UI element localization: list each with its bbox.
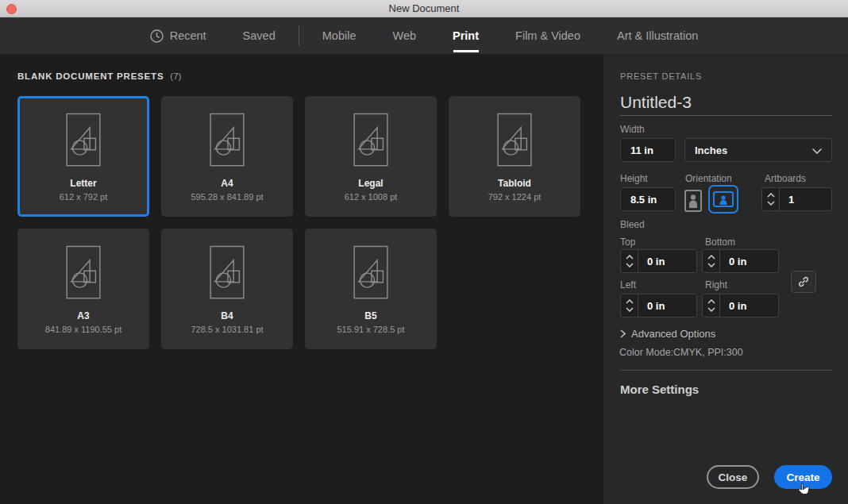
tab-label: Recent bbox=[170, 29, 206, 42]
artboards-value[interactable]: 1 bbox=[780, 188, 831, 210]
tab-label: Print bbox=[453, 29, 479, 42]
width-label: Width bbox=[620, 124, 645, 135]
width-value: 11 in bbox=[630, 144, 653, 156]
bleed-right-value[interactable]: 0 in bbox=[720, 294, 778, 317]
presets-count: (7) bbox=[170, 71, 181, 81]
height-input[interactable]: 8.5 in bbox=[620, 187, 676, 211]
bleed-link-button[interactable] bbox=[791, 271, 816, 293]
preset-card-a4[interactable]: A4595.28 x 841.89 pt bbox=[161, 96, 293, 217]
tab-film-video[interactable]: Film & Video bbox=[497, 17, 599, 54]
bleed-top-stepper: 0 in bbox=[620, 249, 697, 273]
preset-dimensions: 612 x 792 pt bbox=[60, 192, 108, 202]
tab-recent[interactable]: Recent bbox=[132, 17, 225, 54]
bleed-top-value[interactable]: 0 in bbox=[638, 250, 696, 272]
tab-label: Film & Video bbox=[515, 29, 580, 42]
preset-name: A3 bbox=[77, 310, 89, 321]
preset-dimensions: 515.91 x 728.5 pt bbox=[337, 325, 404, 334]
titlebar: New Document bbox=[0, 0, 848, 17]
tab-separator bbox=[299, 25, 299, 46]
bleed-right-label: Right bbox=[705, 279, 727, 290]
orientation-landscape-button[interactable] bbox=[708, 185, 738, 214]
preset-name: Tabloid bbox=[498, 178, 531, 189]
height-label: Height bbox=[620, 173, 648, 184]
preset-dimensions: 792 x 1224 pt bbox=[488, 192, 542, 202]
bleed-left-label: Left bbox=[620, 279, 636, 290]
presets-header: BLANK DOCUMENT PRESETS (7) bbox=[17, 71, 181, 81]
bleed-left-value[interactable]: 0 in bbox=[638, 294, 696, 317]
orientation-portrait-button[interactable] bbox=[683, 188, 703, 214]
blank-document-icon bbox=[491, 111, 538, 171]
artboards-stepper-arrows[interactable] bbox=[762, 188, 780, 210]
tab-label: Art & Illustration bbox=[617, 29, 698, 42]
preset-card-letter[interactable]: Letter612 x 792 pt bbox=[17, 96, 149, 217]
tab-saved[interactable]: Saved bbox=[225, 17, 294, 54]
bleed-right-arrows[interactable] bbox=[703, 294, 720, 317]
advanced-options-toggle[interactable]: Advanced Options bbox=[620, 328, 715, 340]
preset-name: B5 bbox=[364, 310, 376, 321]
preset-card-b5[interactable]: B5515.91 x 728.5 pt bbox=[305, 229, 437, 349]
blank-document-icon bbox=[348, 111, 394, 171]
category-tabbar: RecentSavedMobileWebPrintFilm & VideoArt… bbox=[0, 17, 848, 54]
units-dropdown[interactable]: Inches bbox=[684, 138, 832, 162]
preset-name: Letter bbox=[70, 178, 96, 189]
blank-document-icon bbox=[204, 111, 250, 171]
blank-document-icon bbox=[60, 111, 106, 171]
preset-name: B4 bbox=[221, 310, 233, 321]
create-button[interactable]: Create bbox=[774, 465, 832, 489]
window-close-button[interactable] bbox=[6, 4, 17, 14]
details-divider bbox=[620, 370, 832, 371]
preset-name: Legal bbox=[358, 178, 383, 189]
bleed-right-stepper: 0 in bbox=[702, 294, 779, 317]
dialog-content: BLANK DOCUMENT PRESETS (7) Letter612 x 7… bbox=[0, 54, 848, 504]
bleed-bottom-value[interactable]: 0 in bbox=[720, 250, 778, 272]
height-value: 8.5 in bbox=[630, 194, 657, 206]
portrait-icon bbox=[684, 190, 702, 212]
link-icon bbox=[797, 275, 810, 288]
document-name-input[interactable] bbox=[620, 89, 832, 116]
preset-card-tabloid[interactable]: Tabloid792 x 1224 pt bbox=[449, 96, 580, 217]
tab-label: Saved bbox=[243, 29, 276, 42]
preset-details-heading: PRESET DETAILS bbox=[620, 71, 702, 81]
advanced-options-label: Advanced Options bbox=[631, 328, 715, 340]
preset-card-legal[interactable]: Legal612 x 1008 pt bbox=[305, 96, 437, 217]
window-title: New Document bbox=[389, 2, 460, 14]
chevron-down-icon bbox=[812, 144, 822, 156]
bleed-label: Bleed bbox=[620, 219, 645, 230]
preset-dimensions: 841.89 x 1190.55 pt bbox=[45, 325, 121, 334]
blank-document-icon bbox=[60, 244, 106, 304]
preset-dimensions: 728.5 x 1031.81 pt bbox=[191, 325, 263, 334]
chevron-right-icon bbox=[620, 329, 626, 338]
landscape-icon bbox=[713, 191, 734, 207]
bleed-bottom-arrows[interactable] bbox=[703, 250, 720, 272]
tab-art-illustration[interactable]: Art & Illustration bbox=[599, 17, 716, 54]
bleed-bottom-label: Bottom bbox=[705, 237, 735, 248]
tab-print[interactable]: Print bbox=[434, 17, 497, 54]
blank-document-icon bbox=[348, 244, 394, 304]
presets-panel: BLANK DOCUMENT PRESETS (7) Letter612 x 7… bbox=[0, 54, 603, 504]
units-value: Inches bbox=[695, 144, 727, 156]
preset-name: A4 bbox=[221, 178, 233, 189]
bleed-left-stepper: 0 in bbox=[620, 294, 697, 317]
bleed-left-arrows[interactable] bbox=[621, 294, 638, 317]
clock-icon bbox=[150, 29, 164, 43]
tab-label: Web bbox=[392, 29, 416, 42]
color-mode-summary: Color Mode:CMYK, PPI:300 bbox=[619, 347, 743, 358]
presets-heading: BLANK DOCUMENT PRESETS bbox=[17, 71, 164, 81]
tab-mobile[interactable]: Mobile bbox=[304, 17, 375, 54]
new-document-dialog: New Document RecentSavedMobileWebPrintFi… bbox=[0, 0, 848, 504]
bleed-top-arrows[interactable] bbox=[621, 250, 638, 272]
tab-label: Mobile bbox=[322, 29, 357, 42]
preset-dimensions: 612 x 1008 pt bbox=[345, 192, 398, 202]
orientation-label: Orientation bbox=[685, 173, 732, 184]
more-settings-link[interactable]: More Settings bbox=[620, 383, 699, 396]
width-input[interactable]: 11 in bbox=[620, 138, 676, 162]
preset-card-b4[interactable]: B4728.5 x 1031.81 pt bbox=[161, 229, 293, 349]
close-button[interactable]: Close bbox=[707, 465, 759, 489]
preset-card-a3[interactable]: A3841.89 x 1190.55 pt bbox=[17, 229, 149, 349]
chevron-up-icon bbox=[767, 193, 775, 198]
bleed-top-label: Top bbox=[620, 237, 635, 248]
preset-dimensions: 595.28 x 841.89 pt bbox=[191, 192, 263, 202]
chevron-down-icon bbox=[767, 201, 775, 206]
tab-web[interactable]: Web bbox=[374, 17, 434, 54]
preset-card-grid: Letter612 x 792 ptA4595.28 x 841.89 ptLe… bbox=[17, 96, 580, 349]
